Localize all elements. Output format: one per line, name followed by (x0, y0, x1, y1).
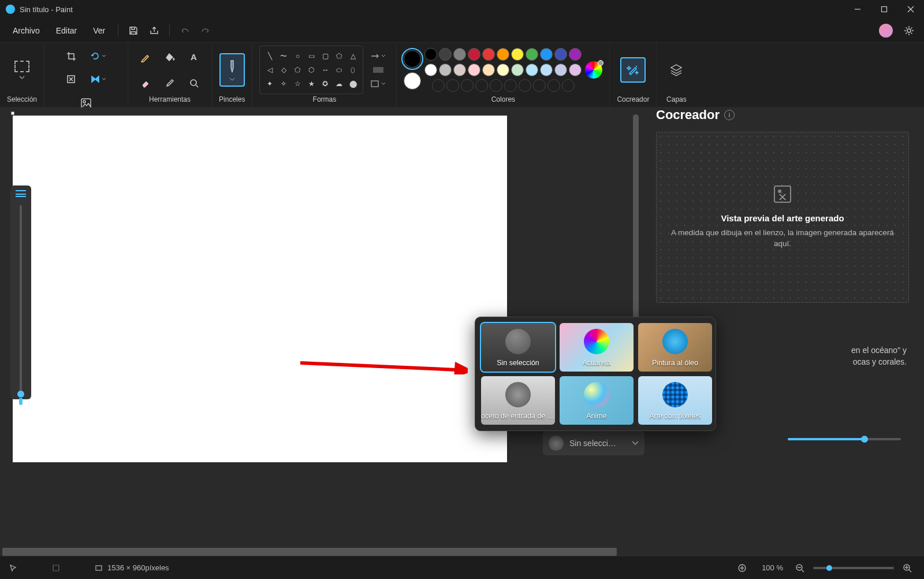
style-label: Sin selección (497, 359, 539, 367)
group-label: Selección (7, 95, 37, 103)
color-swatch[interactable] (482, 64, 495, 76)
style-option[interactable]: Arte con píxeles (638, 376, 712, 425)
color-swatch[interactable] (569, 64, 582, 76)
menu-file[interactable]: Archivo (5, 23, 48, 39)
color-swatch[interactable] (554, 48, 567, 61)
color-picker-tool[interactable] (159, 73, 180, 94)
eraser-tool[interactable] (135, 73, 156, 94)
paint-app-icon (6, 5, 15, 14)
color-swatch-empty[interactable] (519, 79, 531, 92)
settings-button[interactable] (899, 21, 919, 40)
color-swatch-empty[interactable] (490, 79, 502, 92)
color-swatch[interactable] (497, 64, 509, 76)
brush-size-slider[interactable] (20, 205, 22, 395)
maximize-button[interactable] (871, 0, 897, 18)
color-swatch-empty[interactable] (547, 79, 560, 92)
palette-icon (505, 382, 531, 407)
brush-tool[interactable] (219, 53, 245, 87)
color-swatch[interactable] (526, 48, 538, 61)
resize-button[interactable] (61, 69, 81, 90)
color-swatch[interactable] (511, 48, 524, 61)
close-button[interactable] (897, 0, 924, 18)
color-swatch[interactable] (424, 64, 437, 76)
edit-colors-button[interactable] (585, 61, 602, 79)
rotate-button[interactable] (85, 46, 111, 66)
magnifier-tool[interactable] (184, 73, 204, 94)
color-swatch[interactable] (439, 64, 452, 76)
canvas[interactable] (13, 116, 507, 462)
color-swatch[interactable] (511, 64, 524, 76)
undo-button[interactable] (174, 21, 195, 40)
style-dropdown[interactable]: Sin selecci… (543, 431, 644, 455)
menu-view[interactable]: Ver (85, 23, 113, 39)
color-swatch[interactable] (439, 48, 452, 61)
redo-button[interactable] (195, 21, 216, 40)
color-swatch-empty[interactable] (504, 79, 517, 92)
color-swatch[interactable] (453, 64, 466, 76)
style-option[interactable]: Sin selección (481, 323, 555, 372)
color-swatch[interactable] (540, 48, 553, 61)
preview-title: Vista previa del arte generado (721, 213, 844, 223)
save-button[interactable] (123, 21, 144, 40)
menu-edit[interactable]: Editar (48, 23, 85, 39)
text-tool[interactable]: A (184, 47, 204, 68)
style-dropdown-label: Sin selecci… (569, 439, 616, 448)
color-swatch-empty[interactable] (446, 79, 459, 92)
color-swatch[interactable] (482, 48, 495, 61)
color-swatch-empty[interactable] (432, 79, 445, 92)
ribbon-group-layers: Capas (657, 43, 696, 107)
color-primary[interactable] (404, 50, 421, 68)
color-swatch[interactable] (497, 48, 509, 61)
zoom-out-button[interactable] (792, 559, 807, 577)
color-swatch[interactable] (453, 48, 466, 61)
palette-icon (584, 329, 609, 354)
color-swatch[interactable] (526, 64, 538, 76)
user-avatar[interactable] (879, 24, 893, 38)
ribbon-group-colors: Colores (397, 43, 610, 107)
titlebar: Sin título - Paint (0, 0, 924, 18)
group-label: Pinceles (219, 95, 245, 103)
scrollbar-horizontal[interactable] (2, 548, 629, 556)
style-label: Arte con píxeles (649, 412, 701, 420)
style-option[interactable]: Acuarela (560, 323, 634, 372)
cocreator-button[interactable] (620, 57, 646, 83)
pencil-tool[interactable] (135, 47, 156, 68)
palette-icon (662, 329, 688, 354)
crop-button[interactable] (61, 46, 81, 66)
color-swatch[interactable] (468, 48, 480, 61)
shape-stroke-dropdown[interactable] (367, 77, 389, 90)
color-swatch-empty[interactable] (533, 79, 546, 92)
window-title: Sin título - Paint (20, 5, 844, 14)
fill-tool[interactable] (159, 47, 180, 68)
svg-text:A: A (191, 52, 197, 62)
flip-button[interactable] (85, 69, 111, 90)
info-icon[interactable]: i (724, 110, 735, 120)
color-swatch[interactable] (540, 64, 553, 76)
selection-size (52, 564, 60, 572)
color-swatch-empty[interactable] (461, 79, 474, 92)
style-option[interactable]: Pintura al óleo (638, 323, 712, 372)
color-swatch[interactable] (424, 48, 437, 61)
color-swatch[interactable] (554, 64, 567, 76)
color-secondary[interactable] (404, 72, 421, 90)
brush-size-panel[interactable] (10, 185, 31, 399)
workarea: Cocreador i Vista previa del arte genera… (0, 107, 924, 556)
color-swatch-empty[interactable] (475, 79, 488, 92)
creativity-slider[interactable] (788, 438, 901, 440)
style-option[interactable]: Anime (560, 376, 634, 425)
color-swatch[interactable] (468, 64, 480, 76)
shape-gallery[interactable]: ╲〜○▭▢⬠△ ◁◇⬠⬡↔⬭⬯ ✦✧☆★✪☁⬤ (259, 46, 363, 94)
shape-outline-dropdown[interactable] (367, 50, 389, 62)
style-option[interactable]: oceto de entrada de láp (481, 376, 555, 425)
color-swatch[interactable] (569, 48, 582, 61)
shape-fill-dropdown[interactable] (370, 65, 387, 75)
menubar: Archivo Editar Ver (0, 18, 924, 43)
zoom-in-button[interactable] (900, 559, 915, 577)
fit-to-window-button[interactable] (732, 559, 752, 577)
zoom-slider[interactable] (813, 567, 894, 569)
color-swatch-empty[interactable] (562, 79, 575, 92)
share-button[interactable] (144, 21, 165, 40)
minimize-button[interactable] (844, 0, 871, 18)
select-tool[interactable] (9, 53, 35, 87)
layers-button[interactable] (664, 57, 689, 83)
